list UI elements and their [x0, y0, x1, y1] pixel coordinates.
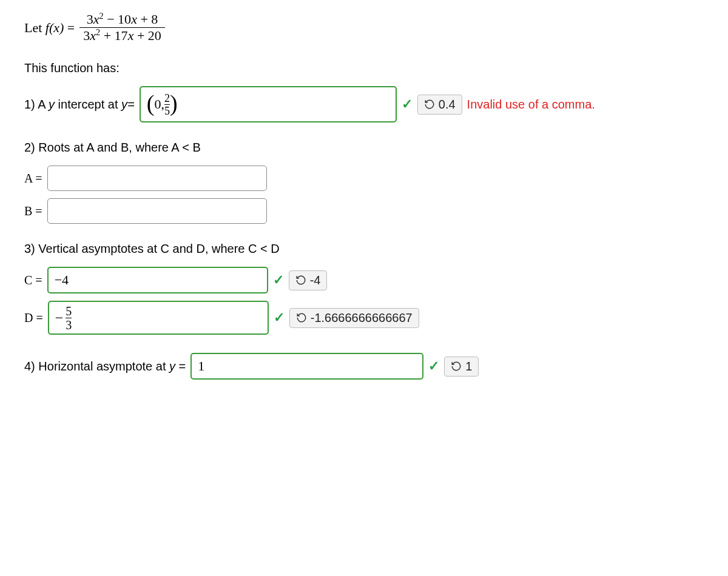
q3-C-retry-badge[interactable]: -4: [289, 270, 328, 290]
equals: =: [67, 20, 75, 35]
q4-label: 4) Horizontal asymptote at y =: [24, 360, 186, 373]
q2-A-row: A =: [24, 166, 704, 191]
q3-C-input[interactable]: −4: [47, 267, 268, 293]
function-definition: Let f(x) = 3x2 − 10x + 8 3x2 + 17x + 20: [24, 12, 704, 43]
q1-badge-value: 0.4: [439, 98, 456, 112]
retry-icon: [451, 361, 462, 372]
fx: f(x): [46, 20, 64, 35]
q1-fraction: 2 5: [164, 93, 170, 116]
q3-D-input[interactable]: − 5 3: [48, 301, 269, 335]
q1-input[interactable]: ( 0 , 2 5 ): [140, 86, 397, 122]
q3-D-badge-value: -1.6666666666667: [311, 311, 413, 325]
check-icon: ✓: [273, 272, 284, 288]
check-icon: ✓: [274, 310, 285, 326]
A-label: A =: [24, 172, 42, 186]
retry-icon: [424, 99, 435, 110]
q1-row: 1) A y intercept at y= ( 0 , 2 5 ) ✓ 0.4…: [24, 86, 704, 122]
q3-C-value: −4: [55, 272, 69, 288]
check-icon: ✓: [402, 96, 413, 112]
q1-retry-badge[interactable]: 0.4: [417, 95, 462, 115]
q4-row: 4) Horizontal asymptote at y = 1 ✓ 1: [24, 353, 704, 380]
q3-C-row: C = −4 ✓ -4: [24, 267, 704, 293]
q2-group: A = B =: [24, 166, 704, 224]
q1-label: 1) A y intercept at y=: [24, 98, 135, 112]
D-label: D =: [24, 311, 43, 325]
q4-retry-badge[interactable]: 1: [444, 357, 479, 377]
let-text: Let: [24, 20, 46, 35]
intro-text: This function has:: [24, 61, 704, 75]
q3-C-badge-value: -4: [310, 273, 321, 287]
q3-group: C = −4 ✓ -4 D = − 5 3 ✓ -1.6666666666667: [24, 267, 704, 335]
q3-D-row: D = − 5 3 ✓ -1.6666666666667: [24, 301, 704, 335]
q2-A-input[interactable]: [47, 166, 267, 191]
q1-error: Invalid use of a comma.: [467, 98, 595, 112]
C-label: C =: [24, 273, 42, 287]
rational-fraction: 3x2 − 10x + 8 3x2 + 17x + 20: [79, 12, 165, 43]
q2-label: 2) Roots at A and B, where A < B: [24, 141, 704, 155]
q2-B-row: B =: [24, 198, 704, 224]
check-icon: ✓: [428, 358, 439, 374]
q3-D-retry-badge[interactable]: -1.6666666666667: [289, 308, 419, 328]
q2-B-input[interactable]: [47, 198, 267, 224]
retry-icon: [295, 275, 306, 286]
q3-D-fraction: 5 3: [66, 305, 72, 331]
q4-value: 1: [198, 358, 204, 374]
B-label: B =: [24, 204, 42, 218]
q4-badge-value: 1: [465, 360, 472, 373]
q4-input[interactable]: 1: [190, 353, 423, 380]
q3-label: 3) Vertical asymptotes at C and D, where…: [24, 242, 704, 256]
retry-icon: [296, 312, 307, 323]
